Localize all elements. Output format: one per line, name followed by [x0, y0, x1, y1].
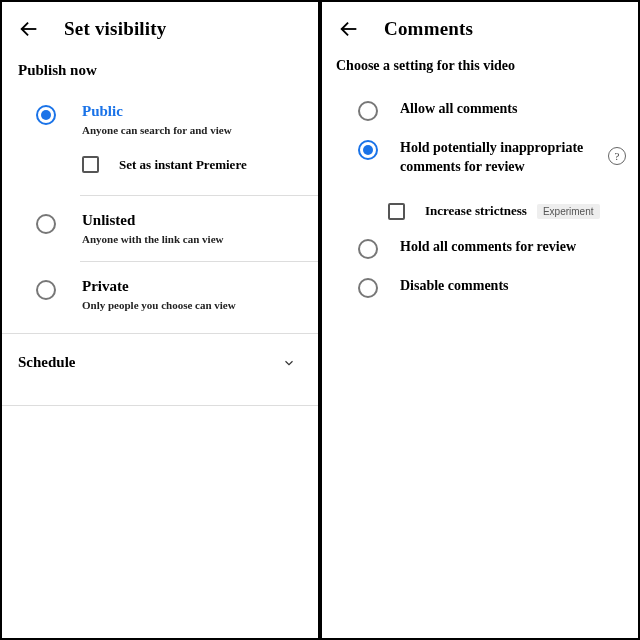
- radio-disable[interactable]: [358, 278, 378, 298]
- back-arrow-icon[interactable]: [338, 18, 360, 40]
- radio-hold-all[interactable]: [358, 239, 378, 259]
- publish-now-label: Publish now: [2, 52, 318, 97]
- instant-premiere-checkbox[interactable]: [82, 156, 99, 173]
- visibility-option-unlisted[interactable]: Unlisted Anyone with the link can view: [2, 206, 318, 251]
- radio-allow-all[interactable]: [358, 101, 378, 121]
- comments-header: Comments: [322, 2, 638, 52]
- page-title: Comments: [384, 18, 473, 40]
- divider: [80, 261, 318, 262]
- comments-option-hold-all[interactable]: Hold all comments for review: [322, 230, 638, 269]
- radio-unlisted[interactable]: [36, 214, 56, 234]
- option-desc-private: Only people you choose can view: [82, 299, 302, 311]
- increase-strictness-row[interactable]: Increase strictness Experiment: [322, 187, 638, 230]
- radio-private[interactable]: [36, 280, 56, 300]
- visibility-option-public[interactable]: Public Anyone can search for and view: [2, 97, 318, 142]
- comments-option-hold-inappropriate[interactable]: Hold potentially inappropriate comments …: [322, 131, 638, 187]
- divider: [2, 405, 318, 406]
- comments-option-allow-all[interactable]: Allow all comments: [322, 92, 638, 131]
- option-title-private: Private: [82, 278, 302, 295]
- comments-prompt: Choose a setting for this video: [322, 52, 638, 92]
- comments-panel: Comments Choose a setting for this video…: [322, 2, 638, 638]
- option-desc-unlisted: Anyone with the link can view: [82, 233, 302, 245]
- divider: [80, 195, 318, 196]
- schedule-row[interactable]: Schedule: [2, 334, 318, 389]
- help-icon[interactable]: ?: [608, 147, 626, 165]
- option-desc-public: Anyone can search for and view: [82, 124, 302, 136]
- option-title-public: Public: [82, 103, 302, 120]
- option-title-unlisted: Unlisted: [82, 212, 302, 229]
- instant-premiere-label: Set as instant Premiere: [119, 157, 247, 173]
- experiment-badge: Experiment: [537, 204, 600, 219]
- instant-premiere-row[interactable]: Set as instant Premiere: [2, 142, 318, 185]
- visibility-option-private[interactable]: Private Only people you choose can view: [2, 272, 318, 317]
- visibility-panel: Set visibility Publish now Public Anyone…: [2, 2, 318, 638]
- back-arrow-icon[interactable]: [18, 18, 40, 40]
- page-title: Set visibility: [64, 18, 167, 40]
- radio-public[interactable]: [36, 105, 56, 125]
- schedule-label: Schedule: [18, 354, 76, 371]
- option-label-hold-all: Hold all comments for review: [378, 238, 626, 257]
- option-label-disable: Disable comments: [378, 277, 626, 296]
- increase-strictness-checkbox[interactable]: [388, 203, 405, 220]
- chevron-down-icon: [282, 356, 296, 370]
- option-label-hold-inappropriate: Hold potentially inappropriate comments …: [378, 139, 604, 177]
- comments-option-disable[interactable]: Disable comments: [322, 269, 638, 308]
- visibility-header: Set visibility: [2, 2, 318, 52]
- option-label-allow-all: Allow all comments: [378, 100, 626, 119]
- increase-strictness-label: Increase strictness: [425, 203, 527, 219]
- radio-hold-inappropriate[interactable]: [358, 140, 378, 160]
